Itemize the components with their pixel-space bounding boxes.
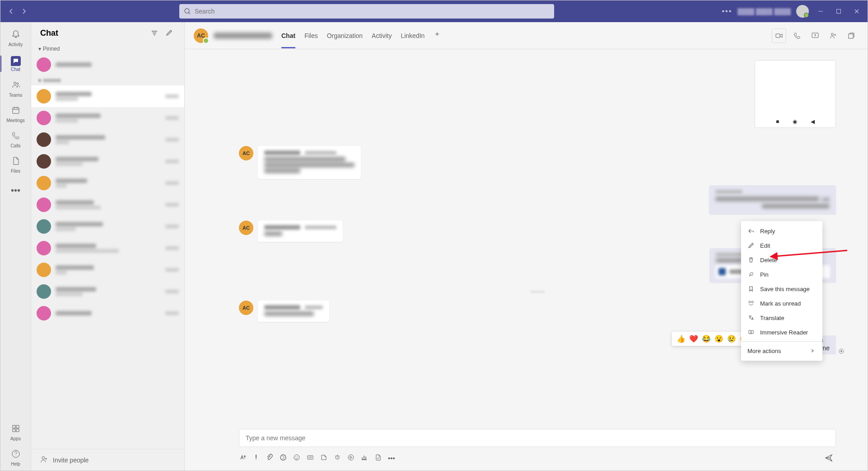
ctx-reply[interactable]: Reply: [741, 224, 822, 238]
tab-files[interactable]: Files: [304, 29, 318, 42]
reaction-sad[interactable]: 😢: [727, 334, 736, 343]
reaction-surprised[interactable]: 😮: [714, 334, 723, 343]
chat-panel: Chat ▾ Pinned ▾: [31, 22, 185, 471]
send-button[interactable]: [821, 451, 836, 465]
avatar[interactable]: [796, 5, 809, 18]
gif-button[interactable]: GIF: [307, 454, 314, 462]
tab-organization[interactable]: Organization: [327, 29, 363, 42]
video-call-button[interactable]: [772, 28, 786, 43]
svg-rect-11: [776, 34, 780, 38]
bell-icon: [11, 30, 20, 41]
chat-list-item[interactable]: [31, 54, 184, 75]
svg-rect-5: [13, 425, 15, 428]
chat-panel-title: Chat: [40, 28, 146, 38]
attach-button[interactable]: [266, 454, 273, 462]
play-reverse-icon[interactable]: ◀: [811, 118, 815, 125]
chat-list-item[interactable]: [31, 302, 184, 324]
rail-label: Activity: [9, 42, 23, 47]
record-icon[interactable]: ◉: [793, 118, 797, 125]
add-tab-button[interactable]: ＋: [434, 29, 441, 42]
chat-list-item[interactable]: [31, 194, 184, 216]
invite-people-button[interactable]: Invite people: [31, 449, 184, 471]
annotation-arrow: [768, 239, 849, 262]
teams-icon: [11, 80, 20, 92]
close-button[interactable]: [850, 5, 863, 18]
sticker-button[interactable]: [320, 454, 327, 462]
rail-label: Meetings: [6, 118, 25, 123]
chat-list-item[interactable]: [31, 237, 184, 259]
svg-rect-4: [13, 108, 19, 113]
chat-list-item[interactable]: [31, 172, 184, 194]
message-bubble[interactable]: [258, 301, 329, 322]
svg-point-3: [17, 83, 19, 85]
filter-button[interactable]: [148, 27, 161, 39]
rail-more[interactable]: •••: [0, 178, 31, 203]
svg-point-17: [749, 301, 751, 303]
loop-button[interactable]: [280, 454, 287, 462]
app-rail: Activity Chat Teams Meetings Calls: [0, 22, 31, 471]
reaction-laugh[interactable]: 😂: [702, 334, 711, 343]
reaction-heart[interactable]: ❤️: [689, 334, 698, 343]
ctx-unread[interactable]: Mark as unread: [741, 296, 822, 311]
chat-list-item[interactable]: [31, 259, 184, 281]
maximize-button[interactable]: [832, 5, 845, 18]
ctx-pin[interactable]: Pin: [741, 267, 822, 282]
rail-files[interactable]: Files: [0, 152, 31, 178]
chat-list-item[interactable]: [31, 151, 184, 172]
rail-activity[interactable]: Activity: [0, 26, 31, 51]
schedule-button[interactable]: [334, 454, 341, 462]
tab-chat[interactable]: Chat: [281, 29, 295, 42]
ctx-immersive-reader[interactable]: Immersive Reader: [741, 325, 822, 339]
ctx-save[interactable]: Save this message: [741, 282, 822, 296]
chat-list-item[interactable]: [31, 129, 184, 151]
share-screen-button[interactable]: [808, 28, 822, 43]
back-button[interactable]: [5, 5, 18, 18]
chat-list: ▾: [31, 54, 184, 449]
rail-meetings[interactable]: Meetings: [0, 102, 31, 127]
rail-calls[interactable]: Calls: [0, 127, 31, 152]
rail-teams[interactable]: Teams: [0, 76, 31, 102]
svg-point-10: [42, 457, 45, 459]
minimize-button[interactable]: [814, 5, 827, 18]
audio-call-button[interactable]: [790, 28, 804, 43]
chat-list-item[interactable]: [31, 216, 184, 237]
search-input[interactable]: [179, 4, 554, 19]
stop-icon[interactable]: ■: [776, 118, 779, 125]
image-attachment[interactable]: ■ ◉ ◀: [755, 60, 836, 128]
reaction-like[interactable]: 👍: [677, 334, 686, 343]
tab-linkedin[interactable]: LinkedIn: [401, 29, 425, 42]
approval-button[interactable]: [374, 454, 382, 462]
ctx-more-actions[interactable]: More actions: [741, 344, 822, 358]
avatar[interactable]: AC: [194, 28, 208, 43]
rail-help[interactable]: Help: [0, 445, 31, 471]
ctx-translate[interactable]: Translate: [741, 311, 822, 325]
rail-apps[interactable]: Apps: [0, 420, 31, 445]
pop-out-button[interactable]: [844, 28, 859, 43]
rail-chat[interactable]: Chat: [0, 51, 31, 76]
format-button[interactable]: [239, 454, 246, 462]
emoji-button[interactable]: [293, 454, 300, 462]
svg-line-19: [775, 250, 847, 256]
compose-input[interactable]: [246, 434, 829, 442]
conversation-header: AC Chat Files Organization Activity Link…: [185, 22, 868, 49]
avatar: AC: [239, 146, 253, 160]
add-people-button[interactable]: [826, 28, 840, 43]
new-chat-button[interactable]: [163, 27, 175, 39]
rail-label: Apps: [10, 436, 21, 441]
more-tools-button[interactable]: •••: [388, 454, 395, 462]
svg-rect-1: [837, 9, 841, 14]
messages-area: ■ ◉ ◀ AC: [185, 49, 868, 424]
chat-list-item[interactable]: [31, 107, 184, 129]
message-bubble[interactable]: [258, 221, 343, 242]
more-options-icon[interactable]: •••: [722, 7, 732, 15]
message-bubble[interactable]: [258, 146, 361, 179]
chat-list-item[interactable]: [31, 281, 184, 302]
message-bubble[interactable]: nei: [709, 185, 836, 214]
section-pinned[interactable]: ▾ Pinned: [31, 44, 184, 54]
tab-activity[interactable]: Activity: [372, 29, 392, 42]
poll-button[interactable]: [361, 454, 368, 462]
forward-button[interactable]: [18, 5, 30, 18]
stream-button[interactable]: [347, 454, 355, 462]
chat-list-item[interactable]: [31, 85, 184, 107]
priority-button[interactable]: [252, 454, 260, 462]
